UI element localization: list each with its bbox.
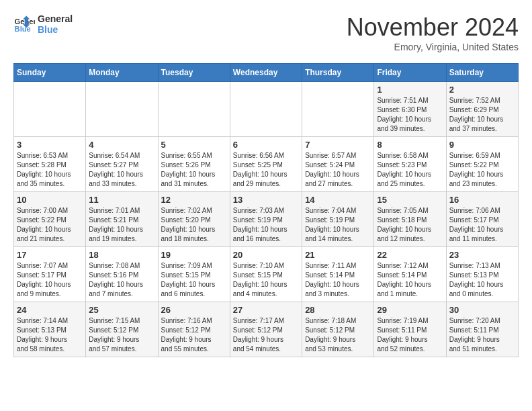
day-content: Sunrise: 7:20 AM Sunset: 5:11 PM Dayligh… — [449, 316, 515, 354]
day-content: Sunrise: 7:04 AM Sunset: 5:19 PM Dayligh… — [305, 206, 371, 244]
calendar-cell: 23Sunrise: 7:13 AM Sunset: 5:13 PM Dayli… — [446, 247, 518, 302]
calendar-cell — [14, 82, 86, 137]
day-content: Sunrise: 7:05 AM Sunset: 5:18 PM Dayligh… — [377, 206, 443, 244]
day-content: Sunrise: 7:51 AM Sunset: 6:30 PM Dayligh… — [377, 96, 443, 134]
calendar-cell: 27Sunrise: 7:17 AM Sunset: 5:12 PM Dayli… — [230, 302, 302, 357]
calendar-cell: 29Sunrise: 7:19 AM Sunset: 5:11 PM Dayli… — [374, 302, 446, 357]
month-title: November 2024 — [347, 13, 519, 42]
calendar-week-2: 10Sunrise: 7:00 AM Sunset: 5:22 PM Dayli… — [14, 192, 519, 247]
calendar-cell — [158, 82, 230, 137]
calendar-cell: 20Sunrise: 7:10 AM Sunset: 5:15 PM Dayli… — [230, 247, 302, 302]
day-content: Sunrise: 7:10 AM Sunset: 5:15 PM Dayligh… — [233, 261, 299, 299]
day-number: 15 — [377, 195, 443, 205]
calendar-cell: 14Sunrise: 7:04 AM Sunset: 5:19 PM Dayli… — [302, 192, 374, 247]
calendar-cell: 18Sunrise: 7:08 AM Sunset: 5:16 PM Dayli… — [86, 247, 158, 302]
logo-line1: General — [38, 13, 73, 24]
calendar-cell: 8Sunrise: 6:58 AM Sunset: 5:23 PM Daylig… — [374, 137, 446, 192]
day-content: Sunrise: 6:54 AM Sunset: 5:27 PM Dayligh… — [89, 151, 154, 189]
day-number: 20 — [233, 250, 299, 260]
day-number: 8 — [377, 140, 443, 150]
day-content: Sunrise: 7:09 AM Sunset: 5:15 PM Dayligh… — [161, 261, 227, 299]
day-content: Sunrise: 7:18 AM Sunset: 5:12 PM Dayligh… — [305, 316, 371, 354]
day-content: Sunrise: 7:16 AM Sunset: 5:12 PM Dayligh… — [161, 316, 227, 354]
calendar-week-1: 3Sunrise: 6:53 AM Sunset: 5:28 PM Daylig… — [14, 137, 519, 192]
day-number: 3 — [17, 140, 83, 150]
calendar-cell: 13Sunrise: 7:03 AM Sunset: 5:19 PM Dayli… — [230, 192, 302, 247]
calendar-cell: 19Sunrise: 7:09 AM Sunset: 5:15 PM Dayli… — [158, 247, 230, 302]
calendar-week-3: 17Sunrise: 7:07 AM Sunset: 5:17 PM Dayli… — [14, 247, 519, 302]
header-wednesday: Wednesday — [230, 64, 302, 82]
calendar-cell — [230, 82, 302, 137]
day-number: 2 — [449, 85, 515, 95]
logo-icon: General Blue — [13, 13, 35, 35]
day-number: 7 — [305, 140, 371, 150]
calendar-table: Sunday Monday Tuesday Wednesday Thursday… — [13, 63, 519, 357]
calendar-cell: 24Sunrise: 7:14 AM Sunset: 5:13 PM Dayli… — [14, 302, 86, 357]
header-sunday: Sunday — [14, 64, 86, 82]
calendar-cell: 9Sunrise: 6:59 AM Sunset: 5:22 PM Daylig… — [446, 137, 518, 192]
day-number: 30 — [449, 305, 515, 315]
calendar-cell: 25Sunrise: 7:15 AM Sunset: 5:12 PM Dayli… — [86, 302, 158, 357]
day-content: Sunrise: 6:53 AM Sunset: 5:28 PM Dayligh… — [17, 151, 83, 189]
day-content: Sunrise: 7:06 AM Sunset: 5:17 PM Dayligh… — [449, 206, 515, 244]
calendar-cell: 5Sunrise: 6:55 AM Sunset: 5:26 PM Daylig… — [158, 137, 230, 192]
header-monday: Monday — [86, 64, 158, 82]
calendar-cell: 16Sunrise: 7:06 AM Sunset: 5:17 PM Dayli… — [446, 192, 518, 247]
day-number: 4 — [89, 140, 154, 150]
calendar-cell: 28Sunrise: 7:18 AM Sunset: 5:12 PM Dayli… — [302, 302, 374, 357]
day-number: 12 — [161, 195, 227, 205]
day-number: 22 — [377, 250, 443, 260]
day-number: 5 — [161, 140, 227, 150]
day-number: 18 — [89, 250, 154, 260]
day-content: Sunrise: 6:58 AM Sunset: 5:23 PM Dayligh… — [377, 151, 443, 189]
day-number: 17 — [17, 250, 83, 260]
calendar-cell: 2Sunrise: 7:52 AM Sunset: 6:29 PM Daylig… — [446, 82, 518, 137]
day-number: 27 — [233, 305, 299, 315]
day-number: 25 — [89, 305, 154, 315]
calendar-cell: 1Sunrise: 7:51 AM Sunset: 6:30 PM Daylig… — [374, 82, 446, 137]
day-content: Sunrise: 6:59 AM Sunset: 5:22 PM Dayligh… — [449, 151, 515, 189]
day-number: 6 — [233, 140, 299, 150]
day-content: Sunrise: 7:00 AM Sunset: 5:22 PM Dayligh… — [17, 206, 83, 244]
calendar-cell: 22Sunrise: 7:12 AM Sunset: 5:14 PM Dayli… — [374, 247, 446, 302]
calendar-header-row: Sunday Monday Tuesday Wednesday Thursday… — [14, 64, 519, 82]
calendar-cell: 12Sunrise: 7:02 AM Sunset: 5:20 PM Dayli… — [158, 192, 230, 247]
calendar-cell: 3Sunrise: 6:53 AM Sunset: 5:28 PM Daylig… — [14, 137, 86, 192]
header-friday: Friday — [374, 64, 446, 82]
calendar-cell: 7Sunrise: 6:57 AM Sunset: 5:24 PM Daylig… — [302, 137, 374, 192]
calendar-cell: 4Sunrise: 6:54 AM Sunset: 5:27 PM Daylig… — [86, 137, 158, 192]
calendar-cell — [86, 82, 158, 137]
day-number: 13 — [233, 195, 299, 205]
day-number: 26 — [161, 305, 227, 315]
calendar-week-4: 24Sunrise: 7:14 AM Sunset: 5:13 PM Dayli… — [14, 302, 519, 357]
day-content: Sunrise: 7:15 AM Sunset: 5:12 PM Dayligh… — [89, 316, 154, 354]
calendar-cell: 17Sunrise: 7:07 AM Sunset: 5:17 PM Dayli… — [14, 247, 86, 302]
day-number: 10 — [17, 195, 83, 205]
day-content: Sunrise: 7:12 AM Sunset: 5:14 PM Dayligh… — [377, 261, 443, 299]
day-content: Sunrise: 7:13 AM Sunset: 5:13 PM Dayligh… — [449, 261, 515, 299]
day-content: Sunrise: 6:57 AM Sunset: 5:24 PM Dayligh… — [305, 151, 371, 189]
day-content: Sunrise: 6:55 AM Sunset: 5:26 PM Dayligh… — [161, 151, 227, 189]
day-content: Sunrise: 7:14 AM Sunset: 5:13 PM Dayligh… — [17, 316, 83, 354]
page-header: General Blue General Blue November 2024 … — [13, 13, 519, 52]
logo: General Blue General Blue — [13, 13, 73, 35]
day-number: 9 — [449, 140, 515, 150]
calendar-cell: 26Sunrise: 7:16 AM Sunset: 5:12 PM Dayli… — [158, 302, 230, 357]
day-number: 23 — [449, 250, 515, 260]
day-number: 24 — [17, 305, 83, 315]
svg-text:Blue: Blue — [15, 25, 31, 33]
header-tuesday: Tuesday — [158, 64, 230, 82]
day-content: Sunrise: 7:19 AM Sunset: 5:11 PM Dayligh… — [377, 316, 443, 354]
logo-line2: Blue — [38, 24, 73, 35]
calendar-cell: 30Sunrise: 7:20 AM Sunset: 5:11 PM Dayli… — [446, 302, 518, 357]
calendar-cell: 6Sunrise: 6:56 AM Sunset: 5:25 PM Daylig… — [230, 137, 302, 192]
calendar-cell: 11Sunrise: 7:01 AM Sunset: 5:21 PM Dayli… — [86, 192, 158, 247]
title-block: November 2024 Emory, Virginia, United St… — [347, 13, 519, 52]
calendar-cell: 21Sunrise: 7:11 AM Sunset: 5:14 PM Dayli… — [302, 247, 374, 302]
day-content: Sunrise: 7:02 AM Sunset: 5:20 PM Dayligh… — [161, 206, 227, 244]
day-content: Sunrise: 6:56 AM Sunset: 5:25 PM Dayligh… — [233, 151, 299, 189]
day-number: 21 — [305, 250, 371, 260]
day-number: 29 — [377, 305, 443, 315]
calendar-cell — [302, 82, 374, 137]
day-number: 14 — [305, 195, 371, 205]
